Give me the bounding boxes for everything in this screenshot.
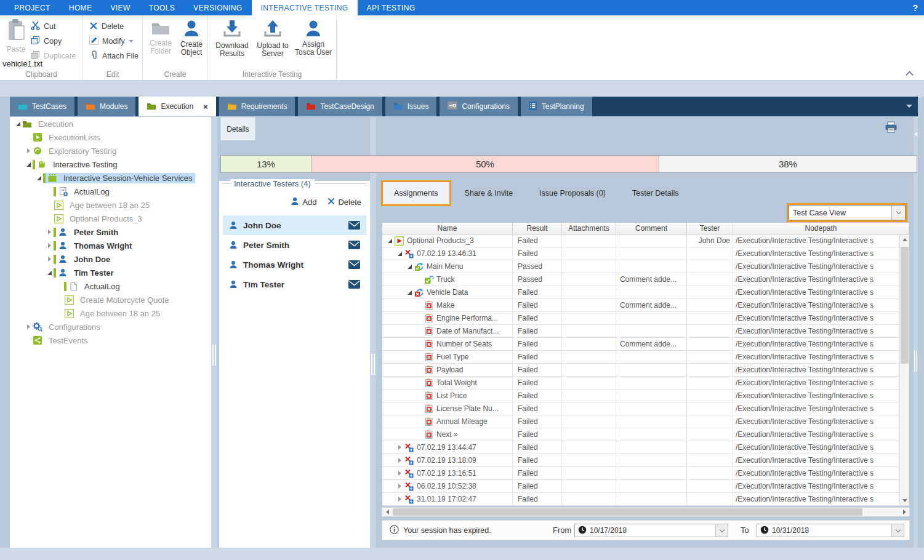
select-arrow-icon[interactable] xyxy=(891,206,905,220)
attach-file-button[interactable]: Attach File xyxy=(89,50,139,62)
scroll-right-icon[interactable] xyxy=(899,508,909,516)
doc-tab-testcases[interactable]: TestCases xyxy=(10,97,74,116)
row-collapsed-arrow-icon[interactable] xyxy=(396,484,404,489)
add-tester-button[interactable]: Add xyxy=(291,197,316,207)
tree-expanded-arrow-icon[interactable] xyxy=(24,162,33,167)
tree-item-optional-products-3[interactable]: Optional Products_3 xyxy=(10,212,211,225)
column-header-comment[interactable]: Comment xyxy=(616,223,687,234)
modify-dropdown-caret[interactable] xyxy=(129,40,134,42)
ribbon-tab-api-testing[interactable]: API TESTING xyxy=(358,0,425,15)
tree-item-age-between-18-an-25[interactable]: Age between 18 an 25 xyxy=(10,306,211,320)
mail-icon[interactable] xyxy=(348,280,360,289)
table-row-fuel-type[interactable]: Fuel TypeFailed/Execution/Interactive Te… xyxy=(382,351,909,364)
tree-item-interactive-testing[interactable]: Interactive Testing xyxy=(10,158,211,171)
doc-tab-execution[interactable]: Execution× xyxy=(139,97,215,116)
delete-tester-button[interactable]: Delete xyxy=(327,198,361,207)
mail-icon[interactable] xyxy=(348,221,360,230)
table-row-list-price[interactable]: List PriceFailed/Execution/Interactive T… xyxy=(382,390,909,402)
tree-expanded-arrow-icon[interactable] xyxy=(14,122,22,126)
delete-button[interactable]: Delete xyxy=(89,21,124,32)
splitter-right[interactable] xyxy=(914,117,918,548)
cut-button[interactable]: Cut xyxy=(31,21,55,32)
row-expanded-arrow-icon[interactable] xyxy=(406,265,414,269)
tree-item-thomas-wright[interactable]: Thomas Wright xyxy=(10,239,211,252)
tree-collapsed-arrow-icon[interactable] xyxy=(45,257,54,262)
splitter-testers[interactable] xyxy=(370,117,376,548)
doc-tab-testcasedesign[interactable]: TestCaseDesign xyxy=(298,97,382,116)
tester-row-thomas-wright[interactable]: Thomas Wright xyxy=(223,255,366,274)
row-collapsed-arrow-icon[interactable] xyxy=(396,471,404,476)
doc-tab-configurations[interactable]: Configurations xyxy=(440,97,517,116)
doc-tab-issues[interactable]: Issues xyxy=(385,97,437,116)
mail-icon[interactable] xyxy=(348,241,360,249)
row-expanded-arrow-icon[interactable] xyxy=(406,290,414,295)
tabstrip-overflow-caret[interactable] xyxy=(906,105,912,108)
tree-collapsed-arrow-icon[interactable] xyxy=(24,324,33,329)
row-expanded-arrow-icon[interactable] xyxy=(386,239,394,243)
table-row-license-plate-nu[interactable]: License Plate Nu...Failed/Execution/Inte… xyxy=(382,402,909,415)
table-row-vehicle-data[interactable]: Vehicle DataFailed/Execution/Interactive… xyxy=(382,286,909,299)
table-row-make[interactable]: MakeFailedComment adde.../Execution/Inte… xyxy=(382,299,909,312)
tree-item-tim-tester[interactable]: Tim Tester xyxy=(10,266,211,279)
to-date-picker[interactable]: 10/31/2018 xyxy=(757,524,904,537)
create-folder-button[interactable]: CreateFolder xyxy=(145,20,176,55)
table-row-07-02-19-13-44-47[interactable]: 07.02.19 13:44:47Failed/Execution/Intera… xyxy=(382,441,909,454)
column-header-tester[interactable]: Tester xyxy=(687,223,733,234)
row-collapsed-arrow-icon[interactable] xyxy=(396,458,404,463)
doc-tab-testplanning[interactable]: TestPlanning xyxy=(521,97,592,116)
tree-item-exploratory-testing[interactable]: Exploratory Testing xyxy=(10,144,211,158)
view-mode-select[interactable]: Test Case View xyxy=(789,205,906,220)
to-date-arrow-icon[interactable] xyxy=(891,524,904,537)
doc-tab-requirements[interactable]: Requirements xyxy=(219,97,295,116)
table-row-07-02-19-13-18-09[interactable]: 07.02.19 13:18:09Failed/Execution/Intera… xyxy=(382,454,909,467)
tree-item-execution[interactable]: Execution xyxy=(10,117,211,130)
doc-tab-modules[interactable]: Modules xyxy=(78,97,135,116)
tree-item-testevents[interactable]: TestEvents xyxy=(10,334,211,347)
column-header-name[interactable]: Name xyxy=(382,223,513,234)
tree-item-peter-smith[interactable]: Peter Smith xyxy=(10,225,211,239)
column-header-attachments[interactable]: Attachments xyxy=(562,223,616,234)
scroll-down-icon[interactable] xyxy=(900,495,909,505)
help-icon[interactable]: ? xyxy=(912,0,918,15)
tab-details[interactable]: Details xyxy=(220,117,255,140)
tree-item-create-motorcycle-quote[interactable]: Create Motorcycle Quote xyxy=(10,293,211,306)
subtab-assignments[interactable]: Assignments xyxy=(383,182,449,204)
table-row-next[interactable]: Next »Failed/Execution/Interactive Testi… xyxy=(382,428,909,441)
table-row-date-of-manufact[interactable]: Date of Manufact...Failed/Execution/Inte… xyxy=(382,325,909,338)
tester-row-peter-smith[interactable]: Peter Smith xyxy=(223,235,366,255)
table-row-optional-products-3[interactable]: Optional Products_3FailedJohn Doe/Execut… xyxy=(382,234,909,247)
table-row-31-01-19-17-02-47[interactable]: 31.01.19 17:02:47Failed/Execution/Intera… xyxy=(382,493,909,506)
subtab-tester-details[interactable]: Tester Details xyxy=(621,182,690,204)
scroll-up-icon[interactable] xyxy=(900,234,909,244)
ribbon-tab-view[interactable]: VIEW xyxy=(101,0,139,15)
tree-collapsed-arrow-icon[interactable] xyxy=(45,243,54,248)
tester-row-john-doe[interactable]: John Doe xyxy=(223,215,366,235)
table-row-06-02-19-10-52-38[interactable]: 06.02.19 10:52:38Failed/Execution/Intera… xyxy=(382,480,909,493)
splitter-tree[interactable] xyxy=(211,117,217,548)
scroll-left-icon[interactable] xyxy=(382,508,392,516)
ribbon-tab-tools[interactable]: TOOLS xyxy=(140,0,184,15)
tree-collapsed-arrow-icon[interactable] xyxy=(45,230,54,234)
ribbon-tab-project[interactable]: PROJECT xyxy=(5,0,60,15)
tree-expanded-arrow-icon[interactable] xyxy=(45,271,54,275)
table-row-number-of-seats[interactable]: Number of SeatsFailedComment adde.../Exe… xyxy=(382,338,909,351)
tree-item-interactive-session-vehicle-services[interactable]: Interactive Session-Vehicle Services xyxy=(10,171,211,185)
table-row-main-menu[interactable]: Main MenuPassed/Execution/Interactive Te… xyxy=(382,260,909,273)
ribbon-tab-interactive-testing[interactable]: INTERACTIVE TESTING xyxy=(252,0,358,15)
table-row-engine-performa[interactable]: Engine Performa...Failed/Execution/Inter… xyxy=(382,312,909,325)
subtab-share-invite[interactable]: Share & Invite xyxy=(454,182,524,204)
from-date-arrow-icon[interactable] xyxy=(715,524,728,537)
row-collapsed-arrow-icon[interactable] xyxy=(396,497,404,502)
table-row-truck[interactable]: TruckPassedComment adde.../Execution/Int… xyxy=(382,273,909,286)
row-collapsed-arrow-icon[interactable] xyxy=(396,445,404,450)
table-row-07-02-19-13-16-51[interactable]: 07.02.19 13:16:51Failed/Execution/Intera… xyxy=(382,467,909,480)
print-icon[interactable] xyxy=(885,121,898,135)
table-vertical-scrollbar[interactable] xyxy=(899,234,909,505)
row-expanded-arrow-icon[interactable] xyxy=(396,252,404,256)
ribbon-tab-versioning[interactable]: VERSIONING xyxy=(184,0,251,15)
create-object-button[interactable]: CreateObject xyxy=(176,20,207,57)
upload-to-server-button[interactable]: Upload toServer xyxy=(254,20,292,58)
table-horizontal-scrollbar[interactable] xyxy=(382,507,910,517)
tree-item-executionlists[interactable]: ExecutionLists xyxy=(10,130,211,144)
column-header-nodepath[interactable]: Nodepath xyxy=(733,223,909,234)
